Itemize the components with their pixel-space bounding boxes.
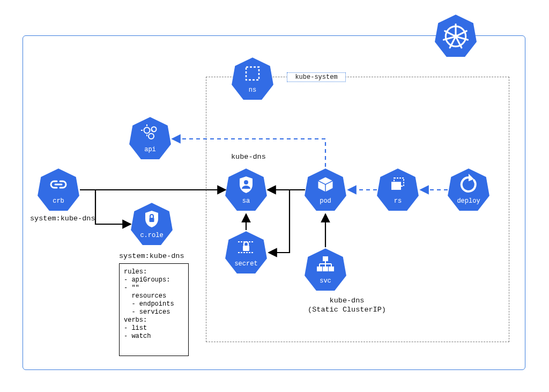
node-sa: sa — [225, 167, 267, 212]
kube-dns-header: kube-dns — [231, 153, 266, 161]
replicaset-icon — [377, 172, 419, 197]
node-sa-label: sa — [225, 197, 267, 205]
svc-label-2: (Static ClusterIP) — [291, 306, 403, 314]
svg-rect-38 — [329, 267, 333, 271]
node-svc-label: svc — [305, 277, 346, 285]
link-icon — [38, 172, 79, 197]
svg-rect-17 — [246, 67, 259, 80]
node-crole-label: c.role — [131, 232, 173, 239]
node-rs-label: rs — [377, 197, 419, 205]
svg-point-19 — [152, 127, 157, 132]
svg-point-18 — [144, 128, 150, 134]
node-api-label: api — [129, 146, 171, 153]
svg-point-27 — [244, 180, 248, 184]
svg-rect-37 — [323, 267, 328, 271]
svg-rect-35 — [323, 257, 328, 261]
crb-label: system:kube-dns — [30, 215, 95, 223]
svg-rect-34 — [243, 246, 249, 251]
node-api: api — [129, 116, 171, 161]
svg-rect-26 — [150, 218, 154, 222]
gear-icon — [129, 120, 171, 146]
namespace-label-box: kube-system — [287, 72, 346, 82]
node-ns: ns — [232, 56, 273, 101]
node-ns-label: ns — [232, 86, 273, 94]
svg-point-20 — [149, 134, 154, 139]
node-deploy-label: deploy — [448, 197, 489, 205]
namespace-label: kube-system — [295, 73, 337, 81]
rules-box: rules: - apiGroups: - "" resources - end… — [119, 263, 189, 356]
service-icon — [305, 252, 346, 277]
shield-user-icon — [225, 172, 267, 197]
kubernetes-logo — [435, 13, 477, 58]
cube-icon — [305, 172, 346, 197]
node-secret-label: secret — [225, 260, 267, 268]
namespace-icon — [232, 61, 273, 86]
node-crb: crb — [38, 167, 79, 212]
svg-rect-36 — [317, 267, 322, 271]
node-crole: c.role — [131, 202, 173, 247]
crole-header: system:kube-dns — [119, 252, 184, 260]
node-pod-label: pod — [305, 197, 346, 205]
shield-lock-icon — [131, 206, 173, 232]
node-crb-label: crb — [38, 197, 79, 205]
node-rs: rs — [377, 167, 419, 212]
node-deploy: deploy — [448, 167, 489, 212]
node-pod: pod — [305, 167, 346, 212]
secret-icon — [225, 234, 267, 260]
svg-rect-31 — [391, 182, 401, 190]
refresh-icon — [448, 172, 489, 197]
node-svc: svc — [305, 247, 346, 292]
node-secret: secret — [225, 230, 267, 275]
svc-label-1: kube-dns — [309, 297, 384, 305]
